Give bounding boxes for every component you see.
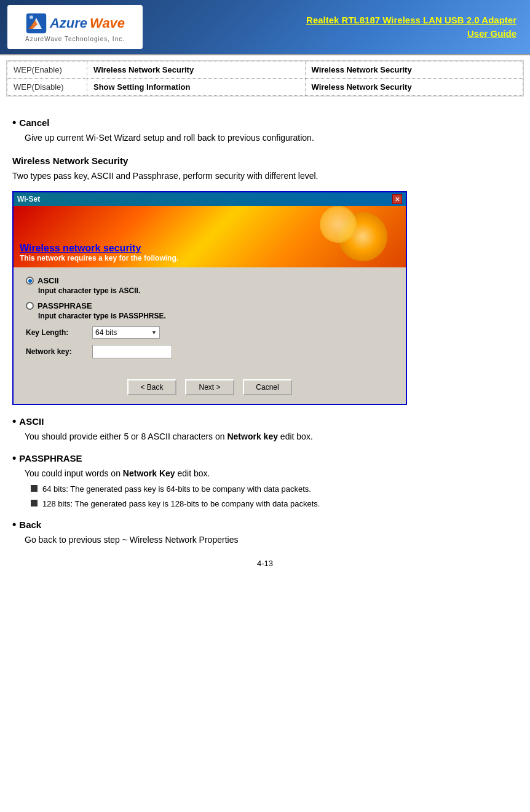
- key-length-select[interactable]: 64 bits ▼: [92, 326, 160, 339]
- wep-enable-col1: Wireless Network Security: [87, 61, 306, 79]
- wiset-close-button[interactable]: ✕: [392, 194, 402, 204]
- nav-table: WEP(Enable) Wireless Network Security Wi…: [7, 61, 523, 96]
- passphrase-bullet-item: PASSPHRASE You could input words on Netw…: [12, 452, 518, 510]
- wiset-banner-subtitle: This network requires a key for the foll…: [20, 254, 400, 262]
- wiset-title-text: Wi-Set: [17, 195, 40, 203]
- cancel-bullet-item: Cancel Give up current Wi-Set Wizard set…: [12, 116, 518, 144]
- ascii-network-key-bold: Network key: [227, 432, 277, 441]
- cancel-button-dialog[interactable]: Cacnel: [243, 379, 292, 395]
- show-setting-col1: Show Setting Information: [87, 79, 306, 96]
- page-header: AzureWave AzureWave Technologies, Inc. R…: [0, 0, 530, 55]
- wireless-section-para: Two types pass key, ASCII and Passphrase…: [12, 170, 518, 183]
- network-key-row: Network key:: [26, 345, 394, 358]
- ascii-bullet-title: ASCII: [12, 415, 518, 428]
- logo-subtitle: AzureWave Technologies, Inc.: [25, 36, 125, 42]
- wep-disable-col2: Wireless Network Security: [305, 79, 523, 96]
- wiset-titlebar: Wi-Set ✕: [14, 192, 406, 206]
- cancel-title: Cancel: [12, 116, 518, 129]
- logo-area: AzureWave AzureWave Technologies, Inc.: [7, 5, 143, 49]
- network-key-label: Network key:: [26, 347, 87, 356]
- logo-top: AzureWave: [25, 12, 125, 34]
- table-row-wep-disable: WEP(Disable) Show Setting Information Wi…: [7, 79, 523, 96]
- passphrase-radio-desc: Input character type is PASSPHRSE.: [38, 312, 394, 320]
- wiset-footer: < Back Next > Cacnel: [14, 373, 406, 404]
- key-length-label: Key Length:: [26, 328, 87, 337]
- wiset-body: ASCII Input character type is ASCII. PAS…: [14, 267, 406, 373]
- ascii-radio-label: ASCII: [38, 276, 59, 285]
- network-key-input[interactable]: [92, 345, 172, 358]
- svg-rect-3: [30, 15, 33, 18]
- passphrase-bullet-title: PASSPHRASE: [12, 452, 518, 465]
- logo-wave-text: Wave: [90, 15, 125, 31]
- sub-bullet-64bits: 64 bits: The generated pass key is 64-bi…: [31, 484, 518, 495]
- sub-bullet-128bits: 128 bits: The generated pass key is 128-…: [31, 499, 518, 510]
- wiset-banner: Wireless network security This network r…: [14, 206, 406, 267]
- banner-circle2: [320, 206, 357, 243]
- sub-bullet-128bits-text: 128 bits: The generated pass key is 128-…: [42, 499, 320, 510]
- passphrase-radio-row[interactable]: PASSPHRASE: [26, 301, 394, 310]
- header-title-area: Realtek RTL8187 Wireless LAN USB 2.0 Ada…: [143, 14, 523, 41]
- next-button[interactable]: Next >: [185, 379, 234, 395]
- passphrase-radio-label: PASSPHRASE: [38, 301, 92, 310]
- main-content: Cancel Give up current Wi-Set Wizard set…: [0, 101, 530, 580]
- wiset-dialog: Wi-Set ✕ Wireless network security This …: [12, 191, 407, 405]
- sub-bullet-square-icon: [31, 485, 38, 492]
- wep-enable-col2: Wireless Network Security: [305, 61, 523, 79]
- back-bullet-desc: Go back to previous step ~ Wireless Netw…: [25, 534, 518, 546]
- sub-bullet-64bits-text: 64 bits: The generated pass key is 64-bi…: [42, 484, 311, 495]
- back-bullet-title: Back: [12, 518, 518, 531]
- passphrase-radio-group: PASSPHRASE Input character type is PASSP…: [26, 301, 394, 320]
- azurewave-logo-icon: [25, 12, 47, 34]
- passphrase-network-key-bold: Network Key: [123, 468, 175, 478]
- wep-disable-label: WEP(Disable): [7, 79, 87, 96]
- key-length-row: Key Length: 64 bits ▼: [26, 326, 394, 339]
- logo-azure-text: Azure: [50, 15, 87, 31]
- back-bullet-item: Back Go back to previous step ~ Wireless…: [12, 518, 518, 546]
- sub-bullet-square-icon-2: [31, 500, 38, 507]
- header-title: Realtek RTL8187 Wireless LAN USB 2.0 Ada…: [143, 14, 516, 41]
- ascii-bullet-item: ASCII You should provide either 5 or 8 A…: [12, 415, 518, 443]
- ascii-radio-group: ASCII Input character type is ASCII.: [26, 276, 394, 295]
- ascii-radio-row[interactable]: ASCII: [26, 276, 394, 285]
- wireless-section-heading: Wireless Network Security: [12, 156, 518, 166]
- key-length-value: 64 bits: [95, 328, 117, 337]
- wep-enable-label: WEP(Enable): [7, 61, 87, 79]
- cancel-desc: Give up current Wi-Set Wizard setup and …: [25, 132, 518, 144]
- ascii-radio-desc: Input character type is ASCII.: [38, 286, 394, 295]
- page-number: 4-13: [12, 559, 518, 568]
- table-row-wep-enable: WEP(Enable) Wireless Network Security Wi…: [7, 61, 523, 79]
- passphrase-radio-button[interactable]: [26, 302, 34, 310]
- passphrase-bullet-desc: You could input words on Network Key edi…: [25, 467, 518, 480]
- ascii-radio-button[interactable]: [26, 277, 34, 285]
- navigation-table-section: WEP(Enable) Wireless Network Security Wi…: [6, 60, 524, 97]
- sub-bullet-list: 64 bits: The generated pass key is 64-bi…: [31, 484, 518, 510]
- key-length-dropdown-arrow: ▼: [151, 329, 157, 336]
- back-button[interactable]: < Back: [127, 379, 176, 395]
- ascii-bullet-desc: You should provide either 5 or 8 ASCII c…: [25, 430, 518, 443]
